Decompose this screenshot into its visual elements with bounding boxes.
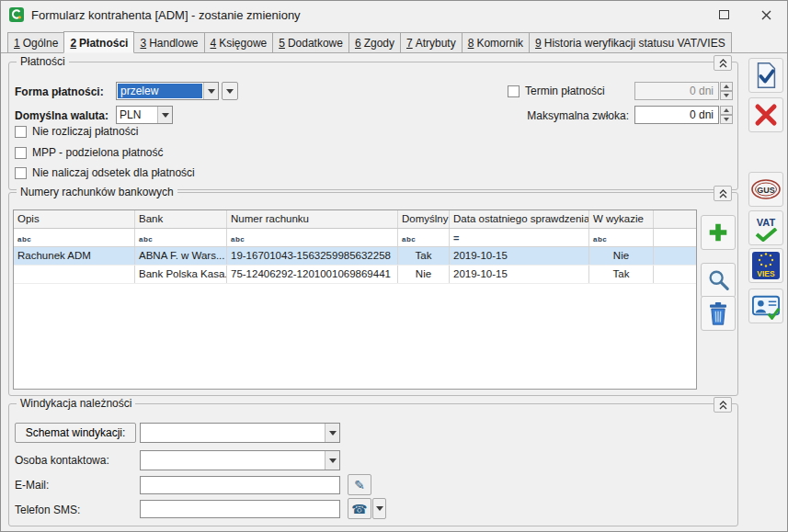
filter-cell[interactable]: = xyxy=(450,229,589,246)
table-cell: 19-16701043-1563259985632258 xyxy=(227,247,398,265)
nie-rozliczaj-checkbox[interactable] xyxy=(15,126,27,138)
filter-cell[interactable]: abc xyxy=(135,229,227,246)
column-header-domyslny[interactable]: Domyślny xyxy=(398,210,450,228)
nie-naliczaj-odsetek-checkbox-row[interactable]: Nie naliczaj odsetek dla płatności xyxy=(15,166,195,179)
combo-value xyxy=(141,424,325,442)
chevron-down-icon xyxy=(325,424,339,442)
table-cell: 2019-10-15 xyxy=(450,247,589,265)
gus-button[interactable]: GUS xyxy=(748,172,783,207)
mpp-checkbox[interactable] xyxy=(15,147,27,159)
eu-stars-icon xyxy=(752,252,780,270)
column-header-data[interactable]: Data ostatniego sprawdzenia xyxy=(450,210,589,228)
tab-num: 1 xyxy=(14,37,20,50)
text-filter-icon: abc xyxy=(231,235,245,243)
chevron-down-icon xyxy=(203,83,218,99)
chevron-down-icon xyxy=(157,107,172,123)
schemat-windykacji-combo[interactable] xyxy=(140,423,340,443)
tab-label: Historia weryfikacji statusu VAT/VIES xyxy=(544,37,725,50)
tab-ksiegowe[interactable]: 4Księgowe xyxy=(204,32,274,53)
tab-num: 2 xyxy=(70,37,76,50)
checkbox-label: Termin płatności xyxy=(525,85,605,97)
chevron-down-icon xyxy=(325,451,339,470)
collapse-debt-collection-button[interactable] xyxy=(714,397,732,413)
tab-historia-vat-vies[interactable]: 9Historia weryfikacji statusu VAT/VIES xyxy=(529,32,732,53)
checkbox-label: Nie rozliczaj płatności xyxy=(32,125,138,138)
forma-platnosci-list-button[interactable] xyxy=(222,82,238,100)
tab-ogolne[interactable]: 1Ogólne xyxy=(7,32,64,53)
group-title: Numery rachunków bankowych xyxy=(17,186,177,198)
table-cell xyxy=(14,266,135,283)
sms-options-button[interactable] xyxy=(372,498,386,519)
column-header-opis[interactable]: Opis xyxy=(14,210,135,228)
termin-platnosci-field: 0 dni xyxy=(634,82,719,100)
filter-cell[interactable]: abc xyxy=(227,229,398,246)
group-title: Płatności xyxy=(17,55,69,68)
tab-num: 5 xyxy=(279,37,285,50)
tab-label: Komornik xyxy=(476,37,523,50)
collapse-bank-accounts-button[interactable] xyxy=(714,186,732,201)
filter-cell[interactable]: abc xyxy=(589,229,654,246)
maksymalna-zwloka-field[interactable]: 0 dni xyxy=(634,106,719,124)
spin-down-button[interactable] xyxy=(720,115,733,124)
domyslna-waluta-combo[interactable]: PLN xyxy=(116,106,173,124)
delete-account-button[interactable] xyxy=(701,296,736,331)
close-icon xyxy=(761,10,771,20)
column-header-wykaz[interactable]: W wykazie xyxy=(589,210,654,228)
column-header-numer[interactable]: Numer rachunku xyxy=(227,210,398,228)
termin-platnosci-checkbox-row[interactable]: Termin płatności xyxy=(508,85,605,97)
collapse-payments-button[interactable] xyxy=(714,55,732,71)
filter-cell[interactable]: abc xyxy=(14,229,135,246)
email-input[interactable] xyxy=(140,476,340,494)
table-row[interactable]: Rachunek ADM ABNA F. w Wars... 19-167010… xyxy=(14,247,696,266)
table-cell: ABNA F. w Wars... xyxy=(135,247,227,265)
gus-label: GUS xyxy=(749,186,782,195)
tab-dodatkowe[interactable]: 5Dodatkowe xyxy=(272,32,349,53)
send-email-button[interactable]: ✎ xyxy=(348,474,371,495)
tab-label: Dodatkowe xyxy=(288,37,343,50)
payments-group: Płatności Forma płatności: przelew Domyś… xyxy=(8,62,738,190)
tab-atrybuty[interactable]: 7Atrybuty xyxy=(400,32,463,53)
schemat-windykacji-button[interactable]: Schemat windykacji: xyxy=(15,423,136,443)
checkbox-label: Nie naliczaj odsetek dla płatności xyxy=(32,166,195,179)
nie-rozliczaj-checkbox-row[interactable]: Nie rozliczaj płatności xyxy=(15,125,138,138)
nie-naliczaj-odsetek-checkbox[interactable] xyxy=(15,167,27,179)
close-button[interactable] xyxy=(745,1,787,28)
titlebar: Formularz kontrahenta [ADM] - zostanie z… xyxy=(1,1,787,28)
table-cell-filler xyxy=(654,266,696,283)
table-cell: Rachunek ADM xyxy=(14,247,135,265)
termin-platnosci-checkbox[interactable] xyxy=(508,85,520,97)
termin-spinner xyxy=(720,82,733,100)
group-title: Windykacja należności xyxy=(17,397,135,410)
add-account-button[interactable] xyxy=(701,215,736,250)
contractor-verify-button[interactable] xyxy=(748,289,783,323)
table-row[interactable]: Bank Polska Kasa... 75-12406292-12010010… xyxy=(14,266,696,284)
table-cell: Nie xyxy=(398,266,450,283)
checkbox-label: MPP - podzielona płatność xyxy=(32,146,164,159)
view-account-button[interactable] xyxy=(701,263,736,298)
bank-accounts-table: Opis Bank Numer rachunku Domyślny Data o… xyxy=(13,209,697,390)
maximize-button[interactable] xyxy=(702,1,745,28)
save-button[interactable] xyxy=(748,58,783,93)
vies-button[interactable]: VIES xyxy=(748,248,783,283)
table-header-row: Opis Bank Numer rachunku Domyślny Data o… xyxy=(14,210,696,229)
forma-platnosci-label: Forma płatności: xyxy=(15,85,104,98)
tab-handlowe[interactable]: 3Handlowe xyxy=(133,32,204,53)
pen-icon: ✎ xyxy=(354,479,365,492)
telefon-sms-input[interactable] xyxy=(140,500,340,518)
check-icon xyxy=(754,228,778,242)
tab-komornik[interactable]: 8Komornik xyxy=(462,32,530,53)
cancel-button[interactable] xyxy=(748,97,783,132)
text-filter-icon: abc xyxy=(17,235,31,243)
table-cell: Bank Polska Kasa... xyxy=(135,266,227,283)
filter-cell[interactable]: abc xyxy=(398,229,450,246)
send-sms-button[interactable]: ☎ xyxy=(348,498,371,519)
vat-status-button[interactable]: VAT xyxy=(748,210,783,245)
tab-zgody[interactable]: 6Zgody xyxy=(348,32,401,53)
column-header-bank[interactable]: Bank xyxy=(135,210,227,228)
contractor-form-window: Formularz kontrahenta [ADM] - zostanie z… xyxy=(0,0,788,532)
tab-platnosci[interactable]: 2Płatności xyxy=(63,31,134,53)
osoba-kontaktowa-combo[interactable] xyxy=(140,450,340,470)
forma-platnosci-combo[interactable]: przelew xyxy=(116,82,219,100)
mpp-checkbox-row[interactable]: MPP - podzielona płatność xyxy=(15,146,164,159)
spin-up-button[interactable] xyxy=(720,106,733,115)
